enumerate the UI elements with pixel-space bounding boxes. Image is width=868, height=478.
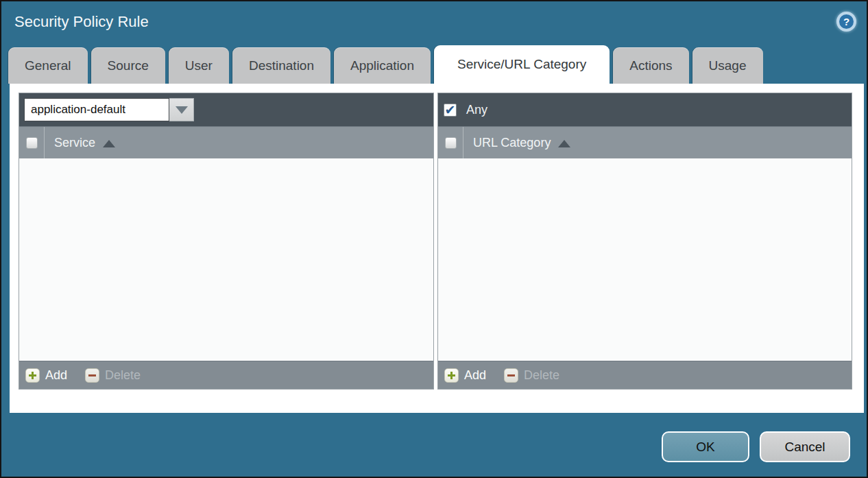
url-any-bar: ✔ Any [438,93,852,126]
cancel-button[interactable]: Cancel [760,431,850,462]
any-label: Any [466,103,487,117]
tab-user[interactable]: User [169,47,229,84]
add-button-label: Add [45,368,67,383]
service-panel: Service Add Delete [19,93,434,390]
minus-icon [85,368,99,383]
service-type-dropdown-button[interactable] [169,98,194,121]
delete-button-label: Delete [105,368,141,383]
service-select-all-checkbox[interactable] [26,137,38,149]
add-button-label: Add [464,368,486,383]
minus-icon [504,368,518,383]
security-policy-rule-dialog: Security Policy Rule ? General Source Us… [0,0,868,478]
url-column-label: URL Category [473,136,551,150]
service-select-all-cell [19,127,45,158]
tab-usage[interactable]: Usage [692,47,763,84]
service-table-header: Service [19,126,433,158]
sort-ascending-icon [103,140,115,147]
url-category-panel: ✔ Any URL Category Add [437,93,852,390]
plus-icon [25,368,40,383]
dialog-title: Security Policy Rule [14,13,149,31]
url-column-header[interactable]: URL Category [473,136,570,150]
service-column-label: Service [54,136,95,150]
help-icon[interactable]: ? [836,12,856,32]
service-delete-button[interactable]: Delete [85,368,141,383]
tab-general[interactable]: General [8,47,88,84]
any-checkbox[interactable]: ✔ [444,104,457,117]
url-add-button[interactable]: Add [444,368,486,383]
service-column-header[interactable]: Service [54,136,115,150]
tab-actions[interactable]: Actions [613,47,688,84]
tab-source[interactable]: Source [91,47,165,84]
tab-application[interactable]: Application [334,47,431,84]
chevron-down-icon [176,106,188,114]
tab-bar: General Source User Destination Applicat… [8,47,763,84]
url-footer-bar: Add Delete [438,361,852,389]
url-select-all-checkbox[interactable] [445,137,457,149]
ok-button[interactable]: OK [662,431,749,462]
url-list-empty [438,158,852,361]
service-selector-bar [19,93,433,126]
tab-destination[interactable]: Destination [232,47,330,84]
tab-service-url-category[interactable]: Service/URL Category [434,45,610,84]
url-select-all-cell [438,127,463,158]
service-footer-bar: Add Delete [19,361,433,389]
service-add-button[interactable]: Add [25,368,67,383]
sort-ascending-icon [558,140,570,147]
service-type-input[interactable] [24,98,169,121]
tab-content-area: Service Add Delete ✔ Any [10,84,864,413]
url-table-header: URL Category [438,126,852,158]
plus-icon [444,368,459,383]
service-list-empty [19,158,433,361]
url-delete-button[interactable]: Delete [504,368,559,383]
delete-button-label: Delete [524,368,559,383]
